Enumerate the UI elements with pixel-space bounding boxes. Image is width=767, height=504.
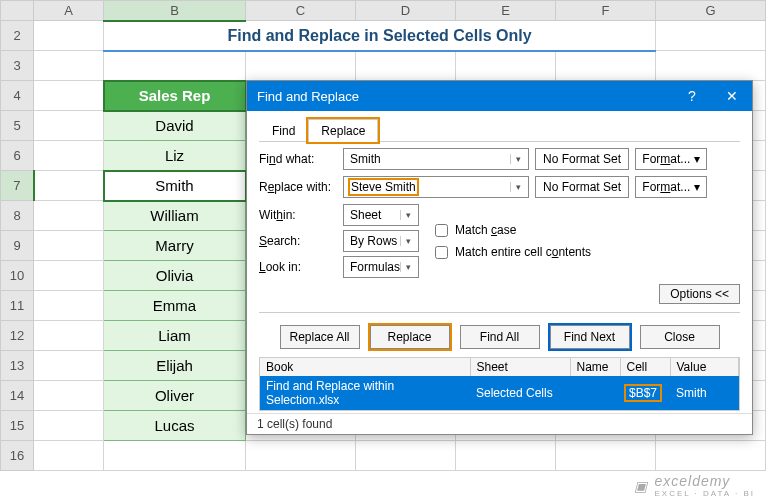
col-g[interactable]: G (656, 1, 766, 21)
row-16[interactable]: 16 (1, 441, 34, 471)
find-what-input[interactable]: Smith▾ (343, 148, 529, 170)
dialog-tabs: Find Replace (259, 119, 740, 142)
match-case-checkbox[interactable]: Match case (431, 221, 591, 240)
table-header[interactable]: Sales Rep (104, 81, 246, 111)
find-all-button[interactable]: Find All (460, 325, 540, 349)
replace-button[interactable]: Replace (370, 325, 450, 349)
chevron-down-icon[interactable]: ▾ (400, 210, 416, 220)
tab-find[interactable]: Find (259, 119, 308, 142)
watermark: ▣ exceldemy EXCEL · DATA · BI (634, 473, 755, 498)
find-format-display: No Format Set (535, 148, 629, 170)
cell-b15[interactable]: Lucas (104, 411, 246, 441)
row-13[interactable]: 13 (1, 351, 34, 381)
match-entire-checkbox[interactable]: Match entire cell contents (431, 243, 591, 262)
result-row[interactable]: Find and Replace within Selection.xlsx S… (260, 376, 739, 410)
cell-b7[interactable]: Smith (104, 171, 246, 201)
cell-b13[interactable]: Elijah (104, 351, 246, 381)
row-12[interactable]: 12 (1, 321, 34, 351)
chevron-down-icon[interactable]: ▾ (400, 236, 416, 246)
col-f[interactable]: F (556, 1, 656, 21)
lookin-dropdown[interactable]: Formulas▾ (343, 256, 419, 278)
row-8[interactable]: 8 (1, 201, 34, 231)
row-11[interactable]: 11 (1, 291, 34, 321)
row-2[interactable]: 2 (1, 21, 34, 51)
within-dropdown[interactable]: Sheet▾ (343, 204, 419, 226)
label-find-what: Find what: (259, 152, 337, 166)
label-within: Within: (259, 208, 337, 222)
chevron-down-icon[interactable]: ▾ (510, 154, 526, 164)
col-cell[interactable]: Cell (620, 358, 670, 376)
chevron-down-icon[interactable]: ▾ (400, 262, 416, 272)
label-lookin: Look in: (259, 260, 337, 274)
find-format-button[interactable]: Format... ▾ (635, 148, 707, 170)
row-5[interactable]: 5 (1, 111, 34, 141)
row-15[interactable]: 15 (1, 411, 34, 441)
status-bar: 1 cell(s) found (247, 413, 752, 434)
find-replace-dialog: Find and Replace ? ✕ Find Replace Find w… (246, 80, 753, 435)
col-b[interactable]: B (104, 1, 246, 21)
row-7[interactable]: 7 (1, 171, 34, 201)
col-value[interactable]: Value (670, 358, 739, 376)
results-table: Book Sheet Name Cell Value Find and Repl… (259, 357, 740, 411)
col-e[interactable]: E (456, 1, 556, 21)
search-dropdown[interactable]: By Rows▾ (343, 230, 419, 252)
label-replace-with: Replace with: (259, 180, 337, 194)
cell-b14[interactable]: Oliver (104, 381, 246, 411)
replace-format-button[interactable]: Format... ▾ (635, 176, 707, 198)
col-c[interactable]: C (246, 1, 356, 21)
row-9[interactable]: 9 (1, 231, 34, 261)
page-title: Find and Replace in Selected Cells Only (104, 21, 656, 51)
col-a[interactable]: A (34, 1, 104, 21)
watermark-icon: ▣ (634, 478, 648, 494)
replace-all-button[interactable]: Replace All (280, 325, 360, 349)
cell-b12[interactable]: Liam (104, 321, 246, 351)
cell-b8[interactable]: William (104, 201, 246, 231)
find-next-button[interactable]: Find Next (550, 325, 630, 349)
row-4[interactable]: 4 (1, 81, 34, 111)
chevron-down-icon[interactable]: ▾ (510, 182, 526, 192)
help-icon[interactable]: ? (672, 81, 712, 111)
cell-b5[interactable]: David (104, 111, 246, 141)
row-10[interactable]: 10 (1, 261, 34, 291)
col-d[interactable]: D (356, 1, 456, 21)
row-3[interactable]: 3 (1, 51, 34, 81)
dialog-titlebar[interactable]: Find and Replace ? ✕ (247, 81, 752, 111)
col-name[interactable]: Name (570, 358, 620, 376)
row-14[interactable]: 14 (1, 381, 34, 411)
cell-b10[interactable]: Olivia (104, 261, 246, 291)
dialog-title: Find and Replace (257, 89, 359, 104)
replace-format-display: No Format Set (535, 176, 629, 198)
cell-b11[interactable]: Emma (104, 291, 246, 321)
select-all-corner[interactable] (1, 1, 34, 21)
options-button[interactable]: Options << (659, 284, 740, 304)
tab-replace[interactable]: Replace (308, 119, 378, 142)
col-book[interactable]: Book (260, 358, 470, 376)
close-button[interactable]: Close (640, 325, 720, 349)
row-6[interactable]: 6 (1, 141, 34, 171)
label-search: Search: (259, 234, 337, 248)
cell-b9[interactable]: Marry (104, 231, 246, 261)
cell-b6[interactable]: Liz (104, 141, 246, 171)
replace-with-input[interactable]: Steve Smith▾ (343, 176, 529, 198)
close-icon[interactable]: ✕ (712, 81, 752, 111)
col-sheet[interactable]: Sheet (470, 358, 570, 376)
